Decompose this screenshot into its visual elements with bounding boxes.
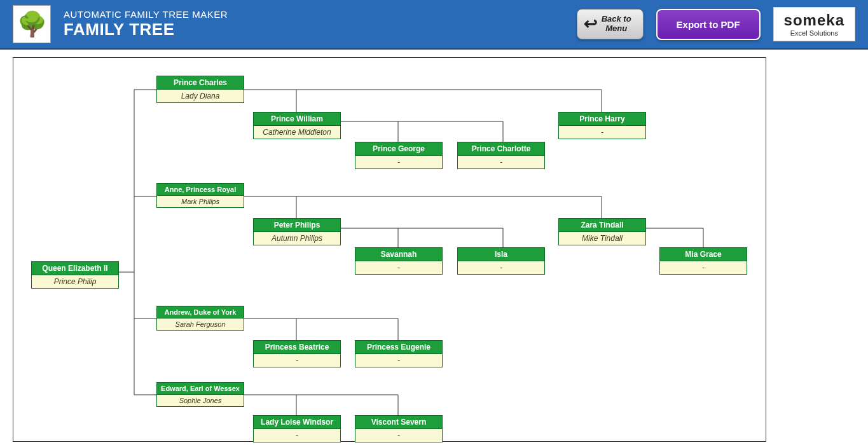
back-to-menu-button[interactable]: ↩ Back to Menu xyxy=(577,9,644,39)
back-arrow-icon: ↩ xyxy=(584,15,598,34)
person-edward[interactable]: Edward, Earl of Wessex Sophie Jones xyxy=(156,382,244,407)
person-savannah[interactable]: Savannah - xyxy=(355,247,443,275)
tree-canvas: Queen Elizabeth II Prince Philip Prince … xyxy=(13,57,766,442)
person-name: Anne, Princess Royal xyxy=(156,183,244,196)
person-spouse: Mike Tindall xyxy=(558,232,646,245)
person-spouse: - xyxy=(253,354,341,367)
person-name: Prince Charlotte xyxy=(457,142,545,156)
person-spouse: Catherine Middleton xyxy=(253,126,341,139)
person-spouse: - xyxy=(355,354,443,367)
export-pdf-button[interactable]: Export to PDF xyxy=(656,9,761,40)
person-prince-charles[interactable]: Prince Charles Lady Diana xyxy=(156,76,244,103)
person-spouse: - xyxy=(457,261,545,275)
person-name: Prince William xyxy=(253,112,341,126)
person-prince-harry[interactable]: Prince Harry - xyxy=(558,112,646,139)
person-name: Princess Beatrice xyxy=(253,340,341,354)
person-name: Isla xyxy=(457,247,545,261)
person-prince-william[interactable]: Prince William Catherine Middleton xyxy=(253,112,341,139)
brand-name: someka xyxy=(784,11,844,29)
person-spouse: Prince Philip xyxy=(31,275,119,289)
person-peter-philips[interactable]: Peter Philips Autumn Philips xyxy=(253,218,341,245)
person-spouse: - xyxy=(659,261,747,275)
person-anne[interactable]: Anne, Princess Royal Mark Philips xyxy=(156,183,244,208)
person-spouse: - xyxy=(355,429,443,442)
person-name: Edward, Earl of Wessex xyxy=(156,382,244,395)
titles: AUTOMATIC FAMILY TREE MAKER FAMILY TREE xyxy=(64,9,228,39)
person-spouse: - xyxy=(253,429,341,442)
person-spouse: Sophie Jones xyxy=(156,395,244,407)
person-isla[interactable]: Isla - xyxy=(457,247,545,275)
person-eugenie[interactable]: Princess Eugenie - xyxy=(355,340,443,367)
header-bar: 🌳 AUTOMATIC FAMILY TREE MAKER FAMILY TRE… xyxy=(0,0,868,50)
person-name: Peter Philips xyxy=(253,218,341,232)
app-subtitle: AUTOMATIC FAMILY TREE MAKER xyxy=(64,9,228,20)
person-spouse: - xyxy=(355,156,443,169)
person-spouse: Sarah Ferguson xyxy=(156,318,244,331)
person-name: Prince Harry xyxy=(558,112,646,126)
person-queen-elizabeth[interactable]: Queen Elizabeth II Prince Philip xyxy=(31,261,119,289)
person-spouse: Mark Philips xyxy=(156,196,244,208)
person-name: Lady Loise Windsor xyxy=(253,415,341,429)
person-prince-george[interactable]: Prince George - xyxy=(355,142,443,169)
page-title: FAMILY TREE xyxy=(64,20,228,39)
person-prince-charlotte[interactable]: Prince Charlotte - xyxy=(457,142,545,169)
person-name: Prince George xyxy=(355,142,443,156)
person-loise[interactable]: Lady Loise Windsor - xyxy=(253,415,341,442)
person-name: Andrew, Duke of York xyxy=(156,306,244,318)
person-name: Prince Charles xyxy=(156,76,244,90)
person-beatrice[interactable]: Princess Beatrice - xyxy=(253,340,341,367)
person-name: Queen Elizabeth II xyxy=(31,261,119,275)
person-spouse: Autumn Philips xyxy=(253,232,341,245)
person-name: Zara Tindall xyxy=(558,218,646,232)
person-spouse: - xyxy=(355,261,443,275)
person-zara-tindall[interactable]: Zara Tindall Mike Tindall xyxy=(558,218,646,245)
person-severn[interactable]: Viscont Severn - xyxy=(355,415,443,442)
person-spouse: - xyxy=(558,126,646,139)
person-mia-grace[interactable]: Mia Grace - xyxy=(659,247,747,275)
back-label: Back to Menu xyxy=(602,15,631,34)
app-logo-icon: 🌳 xyxy=(13,5,51,43)
brand-sub: Excel Solutions xyxy=(784,29,844,37)
person-spouse: - xyxy=(457,156,545,169)
person-name: Mia Grace xyxy=(659,247,747,261)
person-andrew[interactable]: Andrew, Duke of York Sarah Ferguson xyxy=(156,306,244,331)
person-spouse: Lady Diana xyxy=(156,90,244,103)
person-name: Princess Eugenie xyxy=(355,340,443,354)
person-name: Viscont Severn xyxy=(355,415,443,429)
brand-badge: someka Excel Solutions xyxy=(773,7,855,41)
person-name: Savannah xyxy=(355,247,443,261)
